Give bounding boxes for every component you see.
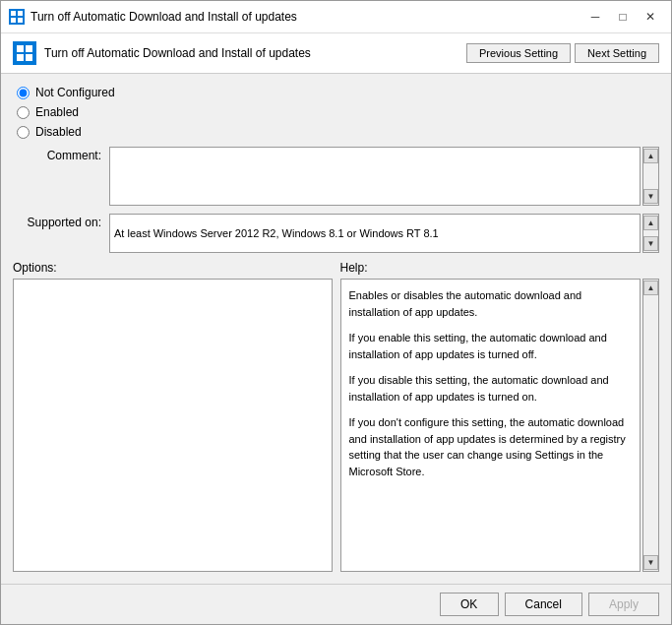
svg-rect-2 — [11, 18, 16, 23]
supported-scroll-up[interactable]: ▲ — [643, 216, 658, 230]
radio-enabled-input[interactable] — [17, 106, 30, 119]
radio-not-configured[interactable]: Not Configured — [17, 86, 659, 99]
svg-rect-3 — [18, 18, 23, 23]
maximize-button[interactable]: □ — [610, 7, 636, 27]
help-scroll-up[interactable]: ▲ — [643, 281, 658, 295]
radio-enabled[interactable]: Enabled — [17, 105, 659, 119]
supported-value-wrapper: At least Windows Server 2012 R2, Windows… — [109, 214, 659, 253]
comment-row: Comment: ▲ ▼ — [13, 147, 659, 206]
apply-button[interactable]: Apply — [588, 593, 659, 616]
minimize-button[interactable]: ─ — [582, 7, 608, 27]
help-box: Enables or disables the automatic downlo… — [340, 279, 641, 572]
header-title-row: Turn off Automatic Download and Install … — [13, 41, 311, 65]
svg-rect-6 — [17, 54, 24, 61]
options-header: Options: — [13, 261, 333, 275]
supported-scrollbar: ▲ ▼ — [642, 214, 659, 253]
title-text: Turn off Automatic Download and Install … — [31, 10, 297, 24]
help-box-wrapper: Enables or disables the automatic downlo… — [340, 279, 660, 572]
close-button[interactable]: ✕ — [638, 7, 663, 27]
comment-textarea[interactable] — [109, 147, 641, 206]
two-column-section: Options: Help: Enables or disables the a… — [13, 261, 659, 572]
cancel-button[interactable]: Cancel — [505, 593, 582, 616]
radio-disabled-label: Disabled — [35, 125, 82, 139]
help-scroll-down[interactable]: ▼ — [643, 555, 658, 570]
comment-scrollbar: ▲ ▼ — [642, 147, 659, 206]
options-box — [13, 279, 333, 572]
radio-not-configured-label: Not Configured — [35, 86, 115, 99]
help-paragraph-1: Enables or disables the automatic downlo… — [349, 287, 633, 320]
svg-rect-0 — [11, 11, 16, 16]
comment-label: Comment: — [13, 147, 101, 162]
help-column: Help: Enables or disables the automatic … — [340, 261, 660, 572]
comment-input-wrapper: ▲ ▼ — [109, 147, 659, 206]
help-header: Help: — [340, 261, 660, 275]
window-icon — [9, 9, 25, 25]
header-bar: Turn off Automatic Download and Install … — [1, 33, 671, 74]
svg-rect-5 — [26, 45, 32, 52]
supported-value: At least Windows Server 2012 R2, Windows… — [109, 214, 641, 253]
content-area: Not Configured Enabled Disabled Comment:… — [1, 74, 671, 584]
main-window: Turn off Automatic Download and Install … — [0, 0, 672, 625]
help-paragraph-4: If you don't configure this setting, the… — [349, 414, 633, 479]
previous-setting-button[interactable]: Previous Setting — [466, 43, 571, 63]
header-icon — [13, 41, 36, 65]
options-column: Options: — [13, 261, 333, 572]
radio-group: Not Configured Enabled Disabled — [13, 86, 659, 139]
scroll-down-arrow[interactable]: ▼ — [643, 189, 658, 204]
footer: OK Cancel Apply — [1, 584, 671, 624]
supported-scroll-down[interactable]: ▼ — [643, 236, 658, 251]
svg-rect-4 — [17, 45, 24, 52]
next-setting-button[interactable]: Next Setting — [575, 43, 659, 63]
help-scrollbar: ▲ ▼ — [642, 279, 659, 572]
radio-disabled[interactable]: Disabled — [17, 125, 659, 139]
help-paragraph-2: If you enable this setting, the automati… — [349, 330, 633, 362]
header-buttons: Previous Setting Next Setting — [466, 43, 659, 63]
title-controls: ─ □ ✕ — [582, 7, 663, 27]
scroll-up-arrow[interactable]: ▲ — [643, 149, 658, 163]
supported-row: Supported on: At least Windows Server 20… — [13, 214, 659, 253]
svg-rect-7 — [26, 54, 32, 61]
help-paragraph-3: If you disable this setting, the automat… — [349, 372, 633, 405]
radio-disabled-input[interactable] — [17, 126, 30, 139]
ok-button[interactable]: OK — [440, 593, 499, 616]
svg-rect-1 — [18, 11, 23, 16]
radio-enabled-label: Enabled — [35, 105, 79, 119]
header-title: Turn off Automatic Download and Install … — [44, 46, 311, 60]
title-bar-left: Turn off Automatic Download and Install … — [9, 9, 297, 25]
supported-label: Supported on: — [13, 214, 101, 229]
title-bar: Turn off Automatic Download and Install … — [1, 1, 671, 33]
radio-not-configured-input[interactable] — [17, 87, 30, 99]
